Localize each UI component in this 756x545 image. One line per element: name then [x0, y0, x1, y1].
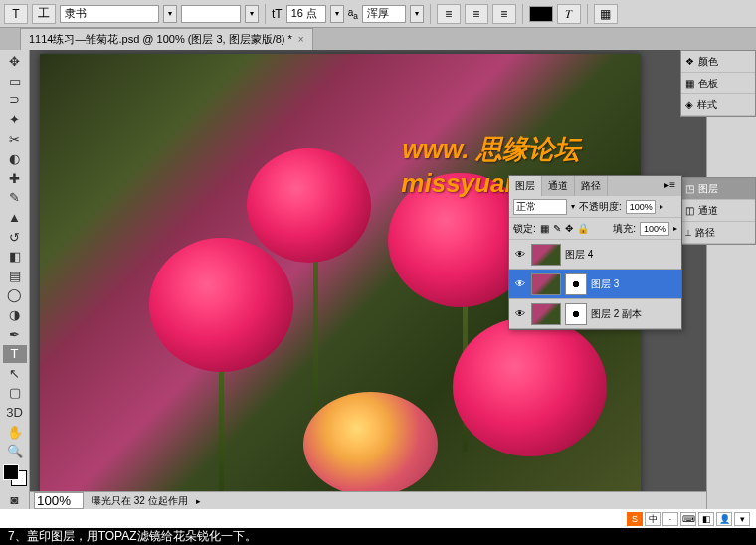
- font-family-select[interactable]: [60, 5, 159, 23]
- ime-punct-icon[interactable]: ·: [662, 512, 678, 526]
- history-brush-icon[interactable]: ↺: [3, 228, 27, 246]
- lock-label: 锁定:: [513, 222, 536, 236]
- ime-user-icon[interactable]: 👤: [716, 512, 732, 526]
- zoom-input[interactable]: [34, 492, 84, 509]
- align-center-icon[interactable]: ≡: [465, 4, 488, 24]
- ime-keyboard-icon[interactable]: ⌨: [680, 512, 696, 526]
- panel-channels[interactable]: ◫ 通道: [681, 200, 755, 222]
- character-panel-icon[interactable]: ▦: [594, 4, 618, 24]
- type-tool-icon[interactable]: T: [3, 345, 27, 363]
- ime-tray-bar: S 中 · ⌨ ◧ 👤 ▾: [0, 509, 756, 529]
- align-left-icon[interactable]: ≡: [437, 4, 461, 24]
- font-size-input[interactable]: [286, 5, 326, 23]
- layer-mask-thumbnail[interactable]: [565, 273, 587, 295]
- layer-mask-thumbnail[interactable]: [565, 303, 587, 325]
- style-dropdown-icon[interactable]: ▾: [245, 5, 259, 23]
- zoom-tool-icon[interactable]: 🔍: [3, 443, 27, 460]
- panel-paths[interactable]: ⟂ 路径: [681, 222, 755, 244]
- lasso-tool-icon[interactable]: ⊃: [3, 91, 27, 109]
- lock-position-icon[interactable]: ✥: [565, 223, 573, 234]
- lock-transparency-icon[interactable]: ▦: [540, 223, 549, 234]
- visibility-icon[interactable]: 👁: [513, 248, 527, 262]
- panel-layers[interactable]: ◳ 图层: [681, 178, 755, 200]
- shape-tool-icon[interactable]: ▢: [3, 384, 27, 402]
- marquee-tool-icon[interactable]: ▭: [3, 73, 27, 91]
- heal-tool-icon[interactable]: ✚: [3, 170, 27, 188]
- ime-skin-icon[interactable]: ◧: [698, 512, 714, 526]
- crop-tool-icon[interactable]: ✂: [3, 130, 27, 148]
- pen-tool-icon[interactable]: ✒: [3, 325, 27, 343]
- tab-channels[interactable]: 通道: [542, 176, 575, 196]
- quickmask-icon[interactable]: ◙: [3, 491, 27, 509]
- blend-opacity-row: ▾ 不透明度: ▸: [509, 196, 681, 218]
- warp-text-icon[interactable]: 𝑇: [557, 4, 581, 24]
- layer-item[interactable]: 👁 图层 3: [509, 270, 681, 299]
- panel-styles[interactable]: ◈ 样式: [681, 94, 755, 116]
- layer-thumbnail[interactable]: [531, 303, 561, 325]
- path-tool-icon[interactable]: ↖: [3, 365, 27, 383]
- layer-item[interactable]: 👁 图层 4: [509, 240, 681, 270]
- layer-thumbnail[interactable]: [531, 273, 561, 295]
- layer-name: 图层 2 副本: [591, 307, 642, 321]
- layer-thumbnail[interactable]: [531, 244, 561, 266]
- layers-panel: 图层 通道 路径 ▸≡ ▾ 不透明度: ▸ 锁定: ▦ ✎ ✥ 🔒 填充: ▸ …: [508, 175, 682, 330]
- brush-tool-icon[interactable]: ✎: [3, 189, 27, 207]
- lock-fill-row: 锁定: ▦ ✎ ✥ 🔒 填充: ▸: [509, 218, 681, 240]
- lock-all-icon[interactable]: 🔒: [577, 223, 589, 234]
- blur-tool-icon[interactable]: ◯: [3, 286, 27, 304]
- opacity-input[interactable]: [626, 200, 656, 214]
- gradient-tool-icon[interactable]: ▤: [3, 268, 27, 285]
- tool-preset-icon[interactable]: T: [4, 4, 28, 24]
- document-tab[interactable]: 1114练习—雏菊花.psd @ 100% (图层 3, 图层蒙版/8) * ×: [20, 28, 313, 50]
- sogou-icon[interactable]: S: [627, 512, 643, 526]
- layer-name: 图层 3: [591, 277, 619, 291]
- color-picker[interactable]: [3, 464, 27, 485]
- text-color-swatch[interactable]: [529, 6, 553, 22]
- fill-input[interactable]: [640, 222, 669, 236]
- stamp-tool-icon[interactable]: ▲: [3, 209, 27, 227]
- size-dropdown-icon[interactable]: ▾: [330, 5, 344, 23]
- layer-name: 图层 4: [565, 248, 593, 262]
- aa-label: aa: [348, 7, 358, 21]
- panel-color[interactable]: ❖ 颜色: [681, 51, 755, 73]
- orientation-icon[interactable]: 工: [32, 4, 56, 24]
- dodge-tool-icon[interactable]: ◑: [3, 306, 27, 324]
- wand-tool-icon[interactable]: ✦: [3, 111, 27, 129]
- 3d-tool-icon[interactable]: 3D: [3, 404, 27, 422]
- status-bar: 曝光只在 32 位起作用 ▸: [30, 491, 706, 509]
- visibility-icon[interactable]: 👁: [513, 307, 527, 321]
- ime-menu-icon[interactable]: ▾: [734, 512, 750, 526]
- document-title: 1114练习—雏菊花.psd @ 100% (图层 3, 图层蒙版/8) *: [29, 32, 292, 47]
- tab-layers[interactable]: 图层: [509, 176, 542, 196]
- image-content: [219, 370, 224, 504]
- move-tool-icon[interactable]: ✥: [3, 53, 27, 71]
- close-icon[interactable]: ×: [298, 34, 304, 45]
- image-content: [453, 317, 607, 456]
- anti-alias-select[interactable]: [362, 5, 406, 23]
- foreground-color[interactable]: [3, 464, 19, 480]
- tab-paths[interactable]: 路径: [575, 176, 608, 196]
- layer-item[interactable]: 👁 图层 2 副本: [509, 299, 681, 329]
- hand-tool-icon[interactable]: ✋: [3, 423, 27, 441]
- visibility-icon[interactable]: 👁: [513, 277, 527, 291]
- right-panel-strip: »: [706, 50, 756, 509]
- ime-lang-icon[interactable]: 中: [645, 512, 661, 526]
- eyedropper-tool-icon[interactable]: ◐: [3, 150, 27, 168]
- status-info: 曝光只在 32 位起作用: [92, 494, 188, 508]
- fill-label: 填充:: [613, 222, 636, 236]
- blend-mode-select[interactable]: [513, 199, 567, 215]
- image-content: [149, 238, 293, 372]
- aa-dropdown-icon[interactable]: ▾: [410, 5, 424, 23]
- image-content: [303, 392, 438, 496]
- align-right-icon[interactable]: ≡: [492, 4, 516, 24]
- panel-swatches[interactable]: ▦ 色板: [681, 73, 755, 94]
- font-style-select[interactable]: [181, 5, 241, 23]
- font-dropdown-icon[interactable]: ▾: [163, 5, 177, 23]
- opacity-label: 不透明度:: [579, 200, 622, 214]
- size-icon: tT: [272, 7, 283, 21]
- eraser-tool-icon[interactable]: ◧: [3, 248, 27, 266]
- layers-list: 👁 图层 4 👁 图层 3 👁 图层 2 副本: [509, 240, 681, 329]
- right-panel-group-2: ◳ 图层 ◫ 通道 ⟂ 路径: [680, 177, 756, 245]
- lock-pixels-icon[interactable]: ✎: [553, 223, 561, 234]
- panel-menu-icon[interactable]: ▸≡: [659, 176, 681, 196]
